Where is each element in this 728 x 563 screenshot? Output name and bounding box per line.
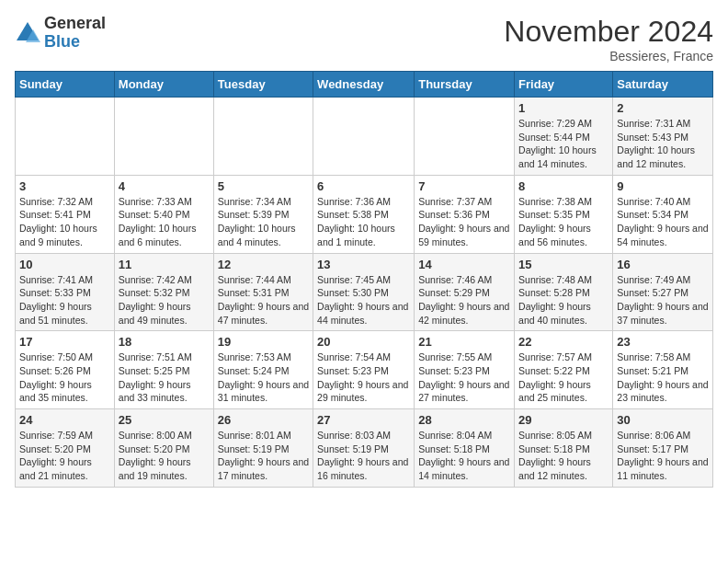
day-info: Sunrise: 7:48 AM Sunset: 5:28 PM Dayligh… bbox=[518, 273, 609, 327]
day-info: Sunrise: 7:57 AM Sunset: 5:22 PM Dayligh… bbox=[518, 350, 609, 405]
location: Bessieres, France bbox=[504, 49, 713, 63]
calendar-cell: 2Sunrise: 7:31 AM Sunset: 5:43 PM Daylig… bbox=[613, 98, 713, 176]
day-info: Sunrise: 7:41 AM Sunset: 5:33 PM Dayligh… bbox=[19, 273, 110, 327]
day-info: Sunrise: 7:33 AM Sunset: 5:40 PM Dayligh… bbox=[119, 195, 210, 249]
calendar-cell: 3Sunrise: 7:32 AM Sunset: 5:41 PM Daylig… bbox=[16, 175, 115, 253]
calendar-cell: 29Sunrise: 8:05 AM Sunset: 5:18 PM Dayli… bbox=[515, 409, 613, 488]
calendar-cell: 15Sunrise: 7:48 AM Sunset: 5:28 PM Dayli… bbox=[515, 253, 613, 331]
calendar-cell: 18Sunrise: 7:51 AM Sunset: 5:25 PM Dayli… bbox=[114, 331, 213, 409]
calendar-cell: 30Sunrise: 8:06 AM Sunset: 5:17 PM Dayli… bbox=[613, 409, 713, 488]
day-number: 8 bbox=[518, 179, 609, 193]
day-header-friday: Friday bbox=[515, 72, 613, 98]
calendar-cell: 9Sunrise: 7:40 AM Sunset: 5:34 PM Daylig… bbox=[613, 175, 713, 253]
day-info: Sunrise: 7:50 AM Sunset: 5:26 PM Dayligh… bbox=[19, 350, 110, 405]
day-number: 6 bbox=[317, 179, 410, 193]
day-info: Sunrise: 7:37 AM Sunset: 5:36 PM Dayligh… bbox=[418, 195, 510, 249]
day-info: Sunrise: 8:04 AM Sunset: 5:18 PM Dayligh… bbox=[418, 429, 510, 483]
logo: General Blue bbox=[15, 15, 106, 52]
day-number: 4 bbox=[119, 179, 210, 193]
calendar-cell: 25Sunrise: 8:00 AM Sunset: 5:20 PM Dayli… bbox=[114, 409, 213, 488]
day-header-sunday: Sunday bbox=[16, 72, 115, 98]
day-number: 16 bbox=[617, 258, 709, 271]
day-info: Sunrise: 8:00 AM Sunset: 5:20 PM Dayligh… bbox=[119, 429, 210, 483]
calendar-cell: 14Sunrise: 7:46 AM Sunset: 5:29 PM Dayli… bbox=[415, 253, 515, 331]
day-number: 18 bbox=[119, 335, 210, 349]
calendar-cell: 11Sunrise: 7:42 AM Sunset: 5:32 PM Dayli… bbox=[114, 253, 213, 331]
day-info: Sunrise: 7:58 AM Sunset: 5:21 PM Dayligh… bbox=[617, 350, 709, 405]
day-info: Sunrise: 7:49 AM Sunset: 5:27 PM Dayligh… bbox=[617, 273, 709, 327]
logo-general: General bbox=[44, 14, 106, 32]
calendar-cell: 1Sunrise: 7:29 AM Sunset: 5:44 PM Daylig… bbox=[515, 98, 613, 176]
calendar-cell: 22Sunrise: 7:57 AM Sunset: 5:22 PM Dayli… bbox=[515, 331, 613, 409]
calendar-cell: 27Sunrise: 8:03 AM Sunset: 5:19 PM Dayli… bbox=[313, 409, 415, 488]
calendar-cell bbox=[114, 98, 213, 176]
calendar-cell: 24Sunrise: 7:59 AM Sunset: 5:20 PM Dayli… bbox=[16, 409, 115, 488]
day-number: 26 bbox=[218, 413, 309, 427]
calendar-cell: 5Sunrise: 7:34 AM Sunset: 5:39 PM Daylig… bbox=[213, 175, 313, 253]
day-number: 20 bbox=[317, 335, 410, 349]
day-header-tuesday: Tuesday bbox=[213, 72, 313, 98]
day-info: Sunrise: 8:01 AM Sunset: 5:19 PM Dayligh… bbox=[218, 429, 309, 483]
day-number: 27 bbox=[317, 413, 410, 427]
week-row-1: 3Sunrise: 7:32 AM Sunset: 5:41 PM Daylig… bbox=[16, 175, 713, 253]
day-number: 3 bbox=[19, 179, 110, 193]
day-header-thursday: Thursday bbox=[415, 72, 515, 98]
day-info: Sunrise: 7:31 AM Sunset: 5:43 PM Dayligh… bbox=[617, 117, 709, 171]
day-info: Sunrise: 7:45 AM Sunset: 5:30 PM Dayligh… bbox=[317, 273, 410, 327]
day-number: 9 bbox=[617, 179, 709, 193]
calendar-cell: 26Sunrise: 8:01 AM Sunset: 5:19 PM Dayli… bbox=[213, 409, 313, 488]
day-header-monday: Monday bbox=[114, 72, 213, 98]
day-info: Sunrise: 7:53 AM Sunset: 5:24 PM Dayligh… bbox=[218, 350, 309, 405]
day-info: Sunrise: 7:32 AM Sunset: 5:41 PM Dayligh… bbox=[19, 195, 110, 249]
calendar-cell: 8Sunrise: 7:38 AM Sunset: 5:35 PM Daylig… bbox=[515, 175, 613, 253]
calendar-body: 1Sunrise: 7:29 AM Sunset: 5:44 PM Daylig… bbox=[16, 98, 713, 488]
calendar-cell: 12Sunrise: 7:44 AM Sunset: 5:31 PM Dayli… bbox=[213, 253, 313, 331]
day-info: Sunrise: 7:59 AM Sunset: 5:20 PM Dayligh… bbox=[19, 429, 110, 483]
day-info: Sunrise: 7:55 AM Sunset: 5:23 PM Dayligh… bbox=[418, 350, 510, 405]
day-number: 25 bbox=[119, 413, 210, 427]
day-number: 15 bbox=[518, 258, 609, 271]
calendar-cell: 28Sunrise: 8:04 AM Sunset: 5:18 PM Dayli… bbox=[415, 409, 515, 488]
day-header-wednesday: Wednesday bbox=[313, 72, 415, 98]
day-number: 21 bbox=[418, 335, 510, 349]
calendar-cell: 7Sunrise: 7:37 AM Sunset: 5:36 PM Daylig… bbox=[415, 175, 515, 253]
day-number: 2 bbox=[617, 101, 709, 115]
month-title: November 2024 bbox=[504, 15, 713, 49]
day-info: Sunrise: 8:06 AM Sunset: 5:17 PM Dayligh… bbox=[617, 429, 709, 483]
week-row-0: 1Sunrise: 7:29 AM Sunset: 5:44 PM Daylig… bbox=[16, 98, 713, 176]
day-number: 22 bbox=[518, 335, 609, 349]
day-info: Sunrise: 7:38 AM Sunset: 5:35 PM Dayligh… bbox=[518, 195, 609, 249]
calendar-cell: 19Sunrise: 7:53 AM Sunset: 5:24 PM Dayli… bbox=[213, 331, 313, 409]
week-row-3: 17Sunrise: 7:50 AM Sunset: 5:26 PM Dayli… bbox=[16, 331, 713, 409]
calendar-cell: 6Sunrise: 7:36 AM Sunset: 5:38 PM Daylig… bbox=[313, 175, 415, 253]
day-number: 1 bbox=[518, 101, 609, 115]
title-area: November 2024 Bessieres, France bbox=[504, 15, 713, 63]
day-info: Sunrise: 7:54 AM Sunset: 5:23 PM Dayligh… bbox=[317, 350, 410, 405]
day-info: Sunrise: 8:03 AM Sunset: 5:19 PM Dayligh… bbox=[317, 429, 410, 483]
calendar-cell: 16Sunrise: 7:49 AM Sunset: 5:27 PM Dayli… bbox=[613, 253, 713, 331]
calendar-cell: 20Sunrise: 7:54 AM Sunset: 5:23 PM Dayli… bbox=[313, 331, 415, 409]
day-info: Sunrise: 7:42 AM Sunset: 5:32 PM Dayligh… bbox=[119, 273, 210, 327]
day-info: Sunrise: 8:05 AM Sunset: 5:18 PM Dayligh… bbox=[518, 429, 609, 483]
calendar-cell: 10Sunrise: 7:41 AM Sunset: 5:33 PM Dayli… bbox=[16, 253, 115, 331]
day-info: Sunrise: 7:44 AM Sunset: 5:31 PM Dayligh… bbox=[218, 273, 309, 327]
day-info: Sunrise: 7:29 AM Sunset: 5:44 PM Dayligh… bbox=[518, 117, 609, 171]
calendar-cell bbox=[16, 98, 115, 176]
day-number: 28 bbox=[418, 413, 510, 427]
logo-icon bbox=[15, 20, 40, 46]
day-number: 7 bbox=[418, 179, 510, 193]
calendar-header: SundayMondayTuesdayWednesdayThursdayFrid… bbox=[16, 72, 713, 98]
day-number: 5 bbox=[218, 179, 309, 193]
day-number: 17 bbox=[19, 335, 110, 349]
day-number: 23 bbox=[617, 335, 709, 349]
calendar-cell: 4Sunrise: 7:33 AM Sunset: 5:40 PM Daylig… bbox=[114, 175, 213, 253]
day-info: Sunrise: 7:36 AM Sunset: 5:38 PM Dayligh… bbox=[317, 195, 410, 249]
calendar-cell bbox=[213, 98, 313, 176]
day-number: 12 bbox=[218, 258, 309, 271]
day-info: Sunrise: 7:34 AM Sunset: 5:39 PM Dayligh… bbox=[218, 195, 309, 249]
day-number: 11 bbox=[119, 258, 210, 271]
day-info: Sunrise: 7:46 AM Sunset: 5:29 PM Dayligh… bbox=[418, 273, 510, 327]
day-number: 24 bbox=[19, 413, 110, 427]
week-row-2: 10Sunrise: 7:41 AM Sunset: 5:33 PM Dayli… bbox=[16, 253, 713, 331]
day-number: 14 bbox=[418, 258, 510, 271]
